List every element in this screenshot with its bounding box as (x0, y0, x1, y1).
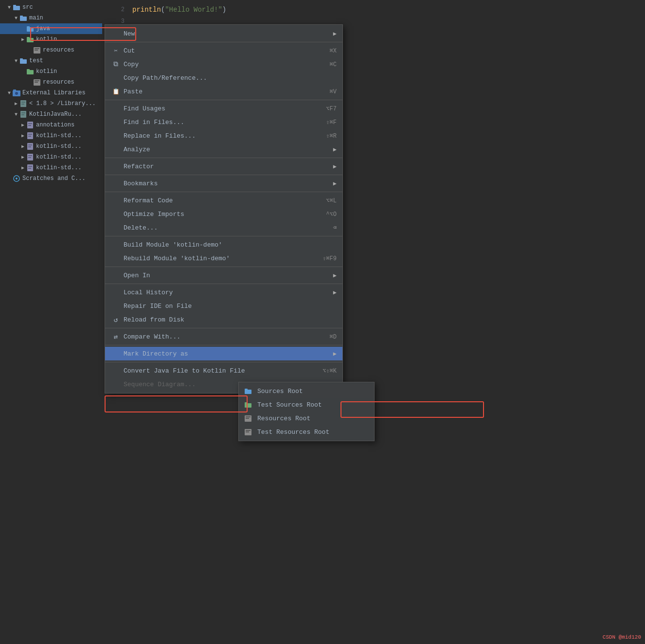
refactor-arrow: ▶ (333, 163, 337, 170)
sep-7 (105, 267, 342, 267)
menu-item-find-files[interactable]: Find in Files... ⇧⌘F (105, 115, 342, 129)
tree-item-kotlin-std3[interactable]: ▶ kotlin-std... (0, 152, 102, 162)
arrow-main: ▼ (13, 16, 19, 21)
svg-rect-49 (246, 416, 251, 417)
menu-item-new[interactable]: New ▶ (105, 27, 342, 40)
submenu-label-resources-root: Resources Root (257, 415, 310, 422)
tree-item-src[interactable]: ▼ src (0, 2, 102, 13)
menu-label-paste: Paste (124, 88, 320, 95)
svg-rect-0 (13, 6, 20, 10)
arrow-kstd2: ▶ (19, 143, 26, 149)
submenu-item-resources-root[interactable]: Resources Root (239, 411, 374, 425)
menu-label-open-in: Open In (124, 272, 331, 279)
menu-item-paste[interactable]: 📋 Paste ⌘V (105, 85, 342, 98)
tree-item-kotlinjava[interactable]: ▼ KotlinJavaRu... (0, 109, 102, 120)
watermark-text: CSDN @mid120 (603, 634, 641, 640)
bookmarks-arrow: ▶ (333, 180, 337, 187)
tree-item-ext-libs[interactable]: ▼ External Libraries (0, 88, 102, 98)
submenu-label-test-resources: Test Resources Root (257, 429, 329, 436)
tree-label-src: src (22, 4, 33, 11)
test-resources-icon (245, 429, 253, 435)
menu-item-refactor[interactable]: Refactor ▶ (105, 160, 342, 173)
tree-item-resources-main[interactable]: resources (0, 45, 102, 55)
tree-label-annotations: annotations (36, 122, 74, 128)
menu-item-build[interactable]: Build Module 'kotlin-demo' (105, 238, 342, 251)
mark-dir-arrow: ▶ (333, 350, 337, 358)
context-menu: New ▶ ✂ Cut ⌘X ⧉ Copy ⌘C Copy Path/Refer… (105, 24, 343, 394)
svg-rect-9 (35, 48, 39, 49)
resources-icon-main (33, 46, 41, 54)
tree-item-main[interactable]: ▼ main (0, 13, 102, 23)
tree-item-kotlin-test[interactable]: kotlin (0, 66, 102, 77)
menu-item-copy-path[interactable]: Copy Path/Reference... (105, 71, 342, 85)
submenu-item-sources-root[interactable]: Sources Root (239, 384, 374, 398)
menu-label-bookmarks: Bookmarks (124, 180, 331, 187)
compare-shortcut: ⌘D (330, 333, 337, 340)
jar-icon-kstd4 (26, 164, 34, 172)
tree-item-scratches[interactable]: Scratches and C... (0, 173, 102, 184)
menu-item-bookmarks[interactable]: Bookmarks ▶ (105, 177, 342, 190)
tree-item-kotlin-std2[interactable]: ▶ kotlin-std... (0, 141, 102, 152)
sep-3 (105, 158, 342, 158)
menu-label-copy-path: Copy Path/Reference... (124, 74, 337, 82)
menu-item-convert[interactable]: Convert Java File to Kotlin File ⌥⇧⌘K (105, 364, 342, 377)
menu-label-rebuild: Rebuild Module 'kotlin-demo' (124, 255, 313, 262)
tree-label-kotlin-test: kotlin (36, 68, 57, 75)
menu-item-mark-dir[interactable]: Mark Directory as ▶ (105, 347, 342, 360)
sep-9 (105, 328, 342, 328)
code-content-2: println("Hello World!") (132, 6, 226, 14)
menu-item-rebuild[interactable]: Rebuild Module 'kotlin-demo' ⇧⌘F9 (105, 251, 342, 265)
menu-item-reload[interactable]: ↺ Reload from Disk (105, 313, 342, 326)
menu-item-reformat[interactable]: Reformat Code ⌥⌘L (105, 194, 342, 207)
menu-item-optimize[interactable]: Optimize Imports ^⌥O (105, 207, 342, 221)
tree-item-kotlin-std1[interactable]: ▶ kotlin-std... (0, 130, 102, 141)
svg-rect-31 (28, 134, 32, 135)
reload-icon: ↺ (111, 316, 121, 324)
arrow-annotations: ▶ (19, 122, 26, 128)
line-num-2: 2 (110, 6, 125, 13)
jar-icon-kstd3 (26, 153, 34, 161)
submenu-item-test-sources[interactable]: Test Sources Root (239, 398, 374, 411)
menu-item-compare[interactable]: ⇄ Compare With... ⌘D (105, 330, 342, 343)
svg-rect-44 (245, 390, 251, 394)
sep-10 (105, 345, 342, 345)
menu-label-local-history: Local History (124, 289, 331, 296)
menu-item-open-in[interactable]: Open In ▶ (105, 268, 342, 282)
open-in-arrow: ▶ (333, 272, 337, 279)
folder-icon-main (19, 14, 27, 22)
menu-item-repair[interactable]: Repair IDE on File (105, 299, 342, 313)
arrow-test: ▼ (13, 58, 19, 64)
folder-icon-java (26, 25, 34, 33)
line-num-3: 3 (110, 18, 125, 25)
menu-item-analyze[interactable]: Analyze ▶ (105, 143, 342, 156)
sep-1 (105, 42, 342, 42)
menu-item-replace[interactable]: Replace in Files... ⇧⌘R (105, 129, 342, 143)
tree-label-main: main (29, 15, 43, 21)
tree-item-java[interactable]: java (0, 23, 102, 34)
delete-shortcut: ⌫ (333, 224, 337, 232)
tree-label-kotlin: kotlin (36, 36, 57, 43)
menu-item-cut[interactable]: ✂ Cut ⌘X (105, 44, 342, 57)
menu-label-repair: Repair IDE on File (124, 303, 337, 310)
tree-item-kotlin-std4[interactable]: ▶ kotlin-std... (0, 162, 102, 173)
submenu-item-test-resources[interactable]: Test Resources Root (239, 425, 374, 439)
arrow-jdk: ▶ (13, 101, 19, 107)
tree-label-scratches: Scratches and C... (22, 175, 86, 182)
tree-item-test[interactable]: ▼ test (0, 55, 102, 66)
menu-label-reload: Reload from Disk (124, 316, 337, 323)
tree-item-resources-test[interactable]: resources (0, 77, 102, 88)
menu-item-delete[interactable]: Delete... ⌫ (105, 221, 342, 234)
arrow-kstd4: ▶ (19, 165, 26, 171)
menu-item-copy[interactable]: ⧉ Copy ⌘C (105, 57, 342, 71)
tree-item-annotations[interactable]: ▶ annotations (0, 120, 102, 130)
menu-item-local-history[interactable]: Local History ▶ (105, 286, 342, 299)
jar-icon-jdk (19, 100, 27, 107)
svg-rect-50 (246, 418, 249, 419)
tree-item-kotlin[interactable]: ▶ kotlin (0, 34, 102, 45)
svg-rect-16 (35, 80, 39, 81)
svg-point-43 (16, 178, 18, 179)
tree-item-jdk[interactable]: ▶ < 1.8 > /Library... (0, 98, 102, 109)
menu-item-find-usages[interactable]: Find Usages ⌥F7 (105, 102, 342, 115)
svg-rect-37 (28, 155, 32, 156)
sep-5 (105, 192, 342, 192)
